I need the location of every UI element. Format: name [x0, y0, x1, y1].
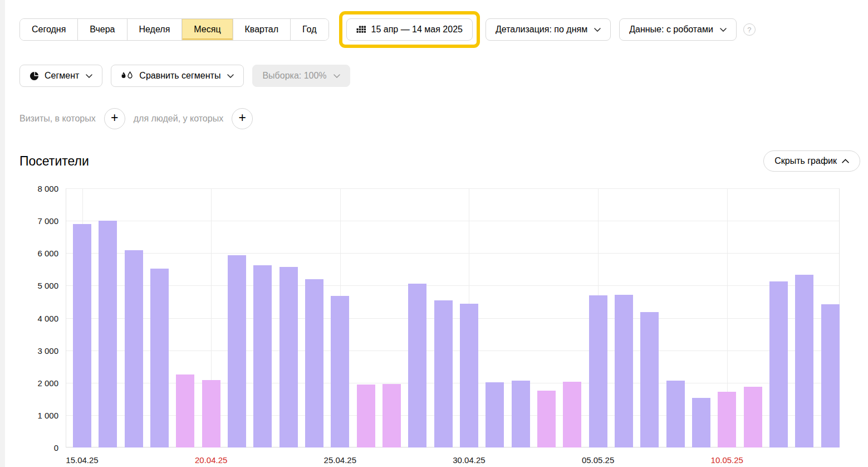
hide-chart-button[interactable]: Скрыть график — [763, 150, 860, 172]
date-range-label: 15 апр — 14 мая 2025 — [371, 25, 463, 35]
toolbar-row-1: Сегодня Вчера Неделя Месяц Квартал Год — [19, 11, 863, 48]
chart-bar — [408, 284, 426, 447]
pie-chart-icon — [30, 71, 39, 81]
y-gridline — [66, 221, 839, 221]
period-button-yesterday[interactable]: Вчера — [77, 19, 126, 40]
add-visit-filter-button[interactable]: + — [104, 108, 125, 129]
data-mode-label: Данные: с роботами — [629, 25, 713, 35]
section-header: Посетители Скрыть график — [19, 150, 860, 172]
x-axis-label: 15.04.25 — [66, 455, 98, 465]
y-axis-label: 5 000 — [19, 281, 58, 290]
filters-row: Визиты, в которых + для людей, у которых… — [19, 108, 863, 129]
y-axis-label: 7 000 — [19, 216, 58, 226]
chart-bar — [279, 267, 298, 447]
calendar-icon — [356, 26, 366, 34]
y-gridline — [66, 253, 839, 254]
chart-bar — [486, 382, 504, 447]
segment-dropdown[interactable]: Сегмент — [19, 65, 102, 87]
chart-bar — [434, 300, 453, 447]
chart-bar — [125, 250, 143, 447]
chart-bar — [795, 275, 813, 447]
chart-bar — [253, 265, 272, 447]
date-range-highlight: 15 апр — 14 мая 2025 — [339, 11, 480, 48]
chart-bar — [589, 295, 607, 447]
hide-chart-label: Скрыть график — [774, 156, 837, 166]
visits-filter-label: Визиты, в которых — [19, 114, 96, 124]
y-axis-label: 3 000 — [19, 346, 58, 355]
chart-bar — [176, 374, 194, 447]
chevron-down-icon — [334, 74, 340, 78]
detalization-dropdown[interactable]: Детализация: по дням — [486, 18, 611, 41]
y-axis-label: 8 000 — [19, 184, 58, 193]
segment-label: Сегмент — [45, 71, 79, 81]
chart-bar — [615, 295, 633, 447]
chart-bar — [692, 398, 710, 447]
toolbar-row-2: Сегмент Сравнить сегменты Выборка: 100% — [19, 65, 863, 87]
chart-bar — [357, 385, 375, 447]
sampling-label: Выборка: 100% — [262, 71, 326, 81]
chevron-up-icon — [842, 159, 849, 163]
chart-bar — [537, 391, 556, 447]
chart-bar — [666, 381, 685, 447]
y-gridline — [66, 351, 839, 351]
x-axis-label: 10.05.25 — [711, 455, 743, 465]
page-left-strip — [0, 0, 5, 467]
period-button-month[interactable]: Месяц — [182, 19, 232, 40]
detalization-label: Детализация: по дням — [496, 25, 587, 35]
chart-bar — [769, 281, 788, 447]
period-button-today[interactable]: Сегодня — [20, 19, 77, 40]
y-axis-label: 0 — [19, 443, 58, 453]
compare-segments-dropdown[interactable]: Сравнить сегменты — [111, 65, 244, 87]
x-axis-label: 20.04.25 — [195, 455, 227, 465]
y-gridline — [66, 188, 839, 189]
chevron-down-icon — [594, 28, 601, 32]
chart-bar — [331, 296, 349, 447]
y-gridline — [66, 318, 839, 319]
chart-bar — [150, 269, 169, 447]
chart-bar — [382, 384, 401, 447]
chart-bar — [512, 381, 530, 447]
chevron-down-icon — [86, 74, 92, 78]
y-axis-label: 6 000 — [19, 249, 58, 258]
chart-bar — [228, 255, 246, 447]
compare-segments-label: Сравнить сегменты — [139, 71, 220, 81]
chart-bar — [744, 387, 762, 447]
x-axis-label: 30.04.25 — [453, 455, 485, 465]
help-icon[interactable]: ? — [743, 23, 756, 36]
period-button-week[interactable]: Неделя — [127, 19, 182, 40]
chevron-down-icon — [227, 74, 234, 78]
visitors-bar-chart: 01 0002 0003 0004 0005 0006 0007 0008 00… — [19, 188, 860, 467]
chart-bar — [305, 279, 323, 447]
chart-bar — [563, 382, 581, 447]
sampling-dropdown[interactable]: Выборка: 100% — [252, 65, 350, 87]
people-filter-label: для людей, у которых — [134, 114, 223, 124]
chart-bar — [718, 392, 736, 447]
y-axis-label: 1 000 — [19, 410, 58, 420]
data-mode-dropdown[interactable]: Данные: с роботами — [619, 18, 737, 41]
chart-bar — [821, 304, 840, 447]
x-axis-label: 05.05.25 — [582, 455, 614, 465]
metrica-dashboard: Сегодня Вчера Неделя Месяц Квартал Год — [19, 0, 863, 467]
chart-bar — [202, 380, 220, 447]
period-switcher: Сегодня Вчера Неделя Месяц Квартал Год — [19, 18, 329, 41]
date-range-button[interactable]: 15 апр — 14 мая 2025 — [346, 18, 473, 41]
period-button-year[interactable]: Год — [290, 19, 328, 40]
chart-bar — [73, 224, 91, 447]
chart-bar — [640, 312, 659, 447]
compare-drops-icon — [121, 71, 134, 81]
y-axis-label: 4 000 — [19, 313, 58, 323]
add-people-filter-button[interactable]: + — [232, 108, 253, 129]
page-title: Посетители — [19, 154, 89, 169]
y-axis-label: 2 000 — [19, 378, 58, 387]
chart-bar — [460, 304, 478, 447]
x-axis-label: 25.04.25 — [324, 455, 356, 465]
y-gridline — [66, 285, 839, 286]
chevron-down-icon — [720, 28, 727, 32]
period-button-quarter[interactable]: Квартал — [233, 19, 290, 40]
chart-bar — [99, 221, 117, 447]
